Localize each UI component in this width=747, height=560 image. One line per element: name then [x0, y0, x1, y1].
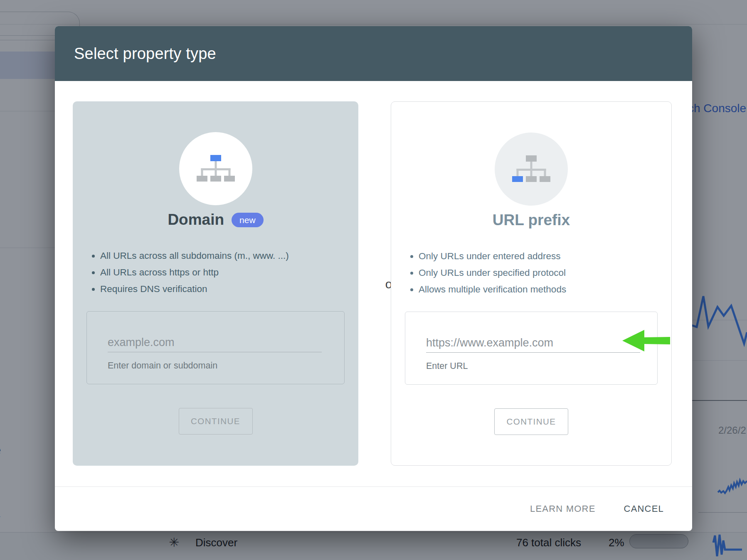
url-continue-button[interactable]: CONTINUE	[494, 408, 568, 435]
domain-card: Domain new All URLs across all subdomain…	[73, 101, 358, 466]
domain-bullet-list: All URLs across all subdomains (m., www.…	[73, 248, 358, 297]
bullet-item: Allows multiple verification methods	[419, 281, 671, 298]
learn-more-button[interactable]: LEARN MORE	[528, 503, 598, 515]
domain-title-row: Domain new	[73, 209, 358, 231]
url-prefix-bullet-list: Only URLs under entered address Only URL…	[391, 248, 671, 298]
bullet-item: Only URLs under specified protocol	[419, 265, 671, 281]
url-prefix-icon-circle	[495, 133, 568, 206]
domain-input[interactable]	[108, 333, 322, 352]
select-property-type-dialog: Select property type Domain ne	[55, 26, 692, 531]
domain-input-box: Enter domain or subdomain	[86, 311, 345, 384]
green-arrow-icon	[615, 326, 676, 355]
cancel-button[interactable]: CANCEL	[621, 503, 666, 515]
dialog-title: Select property type	[74, 45, 216, 63]
bullet-item: Only URLs under entered address	[419, 248, 671, 265]
sitemap-url-prefix-icon	[512, 155, 550, 183]
bullet-item: Requires DNS verification	[100, 281, 358, 297]
screen: e s y ch Console 2/26/2 ✳ Discover 76 to…	[0, 0, 747, 560]
dialog-footer: LEARN MORE CANCEL	[55, 486, 692, 531]
url-prefix-card-title: URL prefix	[493, 211, 570, 229]
domain-icon-circle	[179, 132, 252, 205]
url-input[interactable]	[426, 334, 640, 353]
url-input-helper: Enter URL	[426, 361, 468, 371]
domain-continue-button[interactable]: CONTINUE	[179, 408, 253, 435]
bullet-item: All URLs across all subdomains (m., www.…	[100, 248, 358, 264]
url-prefix-title-row: URL prefix	[391, 209, 671, 231]
domain-card-title: Domain	[168, 211, 224, 228]
dialog-header: Select property type	[55, 26, 692, 81]
domain-input-helper: Enter domain or subdomain	[108, 361, 217, 371]
sitemap-domain-icon	[197, 155, 235, 182]
new-badge: new	[232, 213, 264, 227]
bullet-item: All URLs across https or http	[100, 264, 358, 281]
url-prefix-card: URL prefix Only URLs under entered addre…	[391, 101, 672, 466]
